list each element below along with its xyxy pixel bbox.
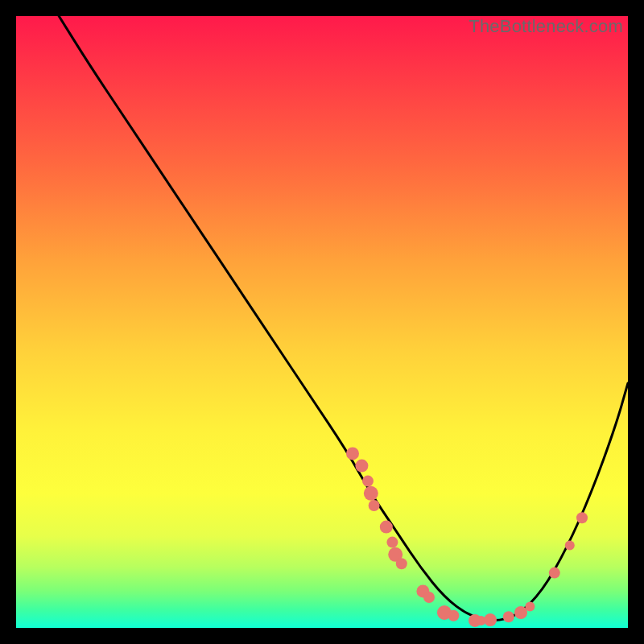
- data-point: [503, 611, 514, 622]
- data-point: [549, 568, 560, 579]
- bottleneck-chart: [16, 16, 628, 628]
- data-point: [362, 476, 374, 487]
- curve-line: [59, 16, 628, 621]
- data-point: [364, 486, 378, 501]
- data-point: [484, 613, 497, 626]
- data-point: [576, 512, 588, 523]
- data-point: [380, 521, 393, 534]
- data-point: [423, 592, 435, 603]
- data-point: [448, 610, 459, 621]
- data-point: [514, 606, 527, 619]
- chart-frame: TheBottleneck.com: [16, 16, 628, 628]
- data-point: [355, 460, 368, 473]
- data-point: [386, 537, 398, 548]
- data-point: [396, 558, 407, 569]
- data-point: [565, 540, 575, 550]
- data-point: [369, 500, 380, 511]
- data-point: [525, 601, 535, 611]
- data-point: [346, 447, 359, 460]
- curve-markers: [346, 447, 588, 627]
